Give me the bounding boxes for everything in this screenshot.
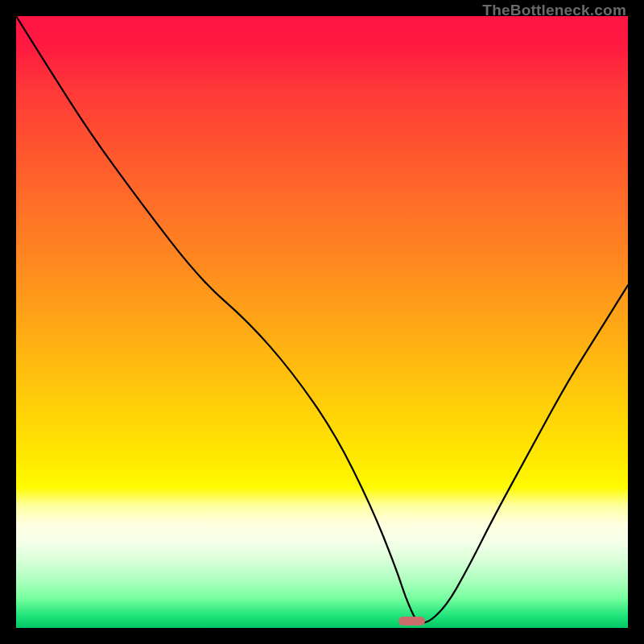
attribution-text: TheBottleneck.com — [482, 2, 626, 19]
bottleneck-curve — [16, 16, 628, 628]
chart-frame: TheBottleneck.com — [0, 0, 644, 644]
plot-area — [16, 16, 628, 628]
optimal-marker — [398, 617, 425, 625]
